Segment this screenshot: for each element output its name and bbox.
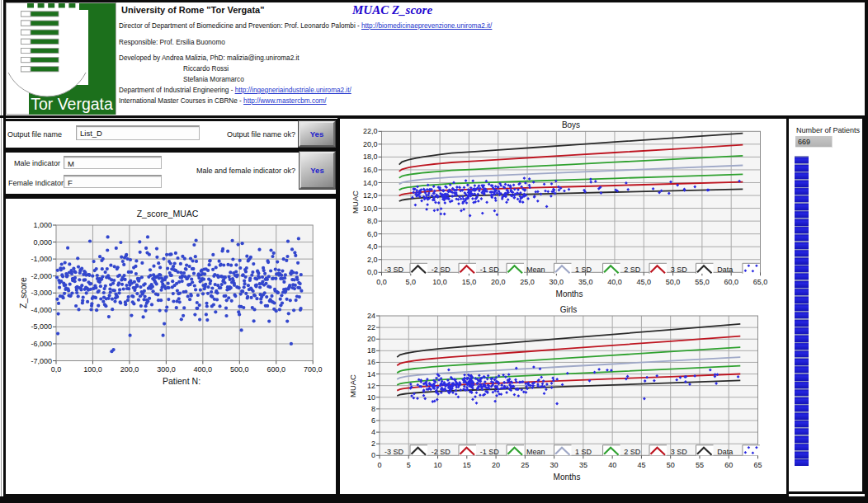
svg-text:400,0: 400,0 bbox=[194, 365, 213, 374]
svg-text:20,0: 20,0 bbox=[363, 140, 378, 148]
svg-text:Months: Months bbox=[554, 472, 581, 482]
svg-text:6: 6 bbox=[371, 416, 375, 425]
svg-text:-1 SD: -1 SD bbox=[480, 448, 500, 456]
svg-text:-1 SD: -1 SD bbox=[480, 266, 500, 274]
svg-text:1,000: 1,000 bbox=[33, 221, 52, 229]
svg-text:45,0: 45,0 bbox=[637, 278, 652, 286]
svg-text:50,0: 50,0 bbox=[666, 278, 681, 286]
svg-text:500,0: 500,0 bbox=[230, 365, 249, 374]
svg-text:Girls: Girls bbox=[560, 305, 578, 314]
svg-text:2: 2 bbox=[371, 440, 375, 448]
svg-text:200,0: 200,0 bbox=[120, 365, 139, 374]
svg-text:2 SD: 2 SD bbox=[624, 266, 641, 274]
svg-text:4,0: 4,0 bbox=[367, 242, 378, 251]
svg-text:3 SD: 3 SD bbox=[671, 266, 688, 274]
svg-text:1 SD: 1 SD bbox=[575, 448, 592, 456]
svg-text:0,0: 0,0 bbox=[376, 278, 387, 286]
svg-text:30: 30 bbox=[550, 461, 559, 469]
svg-text:35: 35 bbox=[579, 461, 587, 469]
svg-text:15,0: 15,0 bbox=[462, 278, 477, 286]
svg-text:12,0: 12,0 bbox=[363, 191, 378, 200]
svg-text:2 SD: 2 SD bbox=[624, 448, 641, 456]
svg-text:0: 0 bbox=[377, 461, 381, 469]
svg-text:25,0: 25,0 bbox=[520, 278, 535, 286]
svg-text:16: 16 bbox=[367, 358, 375, 366]
svg-text:16,0: 16,0 bbox=[363, 166, 378, 174]
svg-text:0,0: 0,0 bbox=[367, 268, 378, 276]
svg-text:60,0: 60,0 bbox=[724, 278, 738, 286]
svg-text:10: 10 bbox=[433, 461, 441, 469]
svg-text:10: 10 bbox=[367, 393, 375, 402]
svg-text:18: 18 bbox=[367, 346, 375, 355]
svg-text:25: 25 bbox=[521, 461, 529, 469]
svg-text:MUAC: MUAC bbox=[351, 190, 360, 214]
svg-text:65,0: 65,0 bbox=[753, 278, 768, 286]
svg-text:Tor Vergata: Tor Vergata bbox=[31, 95, 113, 113]
svg-text:Mean: Mean bbox=[526, 266, 545, 274]
svg-text:-1,000: -1,000 bbox=[31, 255, 52, 263]
svg-text:40,0: 40,0 bbox=[607, 278, 622, 286]
svg-text:-3 SD: -3 SD bbox=[384, 448, 404, 456]
svg-text:Months: Months bbox=[556, 289, 583, 299]
svg-text:-5,000: -5,000 bbox=[31, 322, 52, 331]
svg-text:-6,000: -6,000 bbox=[31, 340, 52, 348]
svg-text:40: 40 bbox=[608, 461, 616, 469]
svg-text:Patient N:: Patient N: bbox=[163, 376, 200, 386]
svg-text:8: 8 bbox=[371, 405, 375, 413]
svg-text:22: 22 bbox=[367, 323, 375, 331]
svg-text:20,0: 20,0 bbox=[491, 278, 506, 286]
svg-text:18,0: 18,0 bbox=[363, 153, 378, 161]
svg-text:-2,000: -2,000 bbox=[31, 272, 52, 280]
svg-text:1 SD: 1 SD bbox=[575, 266, 592, 274]
svg-text:50: 50 bbox=[667, 461, 675, 469]
svg-text:14,0: 14,0 bbox=[363, 179, 378, 187]
svg-text:15: 15 bbox=[463, 461, 471, 469]
svg-text:Mean: Mean bbox=[526, 448, 545, 456]
svg-text:10,0: 10,0 bbox=[363, 204, 378, 213]
svg-text:-2 SD: -2 SD bbox=[432, 448, 451, 456]
svg-text:20: 20 bbox=[367, 335, 375, 343]
svg-text:14: 14 bbox=[367, 370, 375, 378]
svg-text:5,0: 5,0 bbox=[406, 278, 417, 286]
svg-text:24: 24 bbox=[367, 312, 375, 320]
svg-text:55: 55 bbox=[696, 461, 704, 469]
svg-text:-3,000: -3,000 bbox=[31, 289, 52, 297]
svg-text:600,0: 600,0 bbox=[267, 365, 285, 374]
svg-text:-4,000: -4,000 bbox=[31, 306, 52, 314]
svg-text:22,0: 22,0 bbox=[363, 127, 378, 135]
svg-text:3 SD: 3 SD bbox=[671, 448, 688, 456]
svg-text:-7,000: -7,000 bbox=[31, 357, 52, 365]
svg-text:2,0: 2,0 bbox=[367, 256, 378, 264]
svg-text:Z_score: Z_score bbox=[18, 277, 28, 308]
svg-text:300,0: 300,0 bbox=[157, 365, 176, 374]
svg-text:Data: Data bbox=[717, 266, 733, 274]
svg-text:100,0: 100,0 bbox=[83, 365, 102, 374]
svg-text:Data: Data bbox=[717, 448, 733, 456]
svg-text:10,0: 10,0 bbox=[432, 278, 447, 286]
svg-text:-3 SD: -3 SD bbox=[384, 266, 404, 274]
svg-text:12: 12 bbox=[367, 382, 375, 390]
svg-text:0,0: 0,0 bbox=[51, 365, 62, 374]
svg-text:20: 20 bbox=[492, 461, 500, 469]
svg-text:0: 0 bbox=[371, 451, 375, 459]
svg-text:Z_score_MUAC: Z_score_MUAC bbox=[137, 209, 199, 219]
svg-text:6,0: 6,0 bbox=[367, 230, 378, 238]
svg-text:8,0: 8,0 bbox=[367, 217, 378, 225]
svg-text:55,0: 55,0 bbox=[695, 278, 710, 286]
svg-text:MUAC: MUAC bbox=[348, 374, 357, 397]
svg-text:0,000: 0,000 bbox=[33, 238, 52, 247]
svg-text:-2 SD: -2 SD bbox=[432, 266, 451, 274]
svg-text:700,0: 700,0 bbox=[304, 365, 323, 374]
svg-text:30,0: 30,0 bbox=[550, 278, 564, 286]
svg-text:35,0: 35,0 bbox=[578, 278, 593, 286]
svg-text:45: 45 bbox=[637, 461, 645, 469]
svg-text:4: 4 bbox=[371, 428, 375, 436]
svg-text:60: 60 bbox=[724, 461, 733, 469]
svg-text:Boys: Boys bbox=[562, 120, 580, 129]
svg-text:65: 65 bbox=[753, 461, 762, 469]
svg-text:5: 5 bbox=[407, 461, 411, 469]
